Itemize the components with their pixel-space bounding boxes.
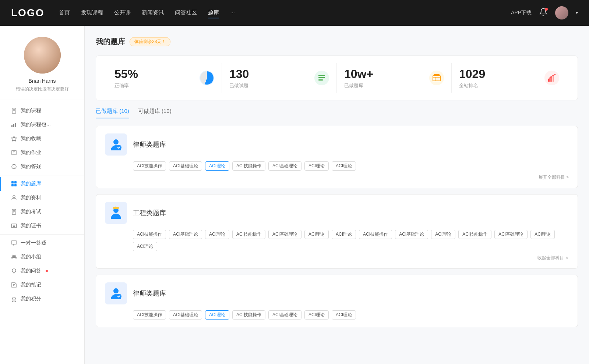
svg-rect-4 [13,124,14,127]
notification-bell[interactable] [539,8,548,18]
tab-available-banks[interactable]: 可做题库 (10) [138,108,172,118]
sidebar-item-group[interactable]: 我的小组 [0,250,84,264]
nav-open-course[interactable]: 公开课 [114,8,131,18]
qbank-tag[interactable]: ACI技能操作 [232,161,265,171]
sidebar-item-favorites[interactable]: 我的收藏 [0,132,84,146]
qbank-tag[interactable]: ACI理论 [530,230,555,239]
sidebar-avatar [24,37,61,74]
user-avatar[interactable] [555,6,568,19]
qbank-tag-active[interactable]: ACI理论 [205,310,229,320]
qbank-icon-lawyer-2 [105,282,127,304]
sidebar-item-course-packages[interactable]: 我的课程包... [0,118,84,132]
expand-button-lawyer-1[interactable]: 展开全部科目 > [539,174,569,181]
stat-accuracy-label: 正确率 [114,82,195,89]
sidebar-item-one-on-one[interactable]: 一对一答疑 [0,236,84,250]
sidebar-item-homework[interactable]: 我的作业 [0,146,84,160]
cert-icon [11,223,17,229]
qa-notification-dot [46,270,48,272]
qbank-tag[interactable]: ACI技能操作 [133,161,166,171]
nav-home[interactable]: 首页 [59,8,70,18]
qbank-tags-engineer: ACI技能操作 ACI基础理论 ACI理论 ACI技能操作 ACI基础理论 AC… [133,230,569,251]
collapse-button-engineer[interactable]: 收起全部科目 ∧ [537,255,569,261]
sidebar-profile: Brian Harris 错误的决定比没有决定要好 [0,37,84,100]
stat-accuracy-main: 55% 正确率 [114,67,195,89]
sidebar-item-profile[interactable]: 我的资料 [0,191,84,205]
nav-discover[interactable]: 发现课程 [81,8,103,18]
svg-point-23 [12,255,14,257]
qbank-tag[interactable]: ACI技能操作 [232,230,265,239]
qbank-title-engineer: 工程类题库 [133,208,166,217]
svg-point-22 [13,225,15,227]
qbank-tag[interactable]: ACI基础理论 [268,230,301,239]
qbank-tag[interactable]: ACI理论 [205,230,229,239]
sidebar-item-my-courses[interactable]: 我的课程 [0,104,84,118]
nav-more[interactable]: ··· [230,8,235,18]
trial-badge: 体验剩余23天！ [130,37,170,46]
svg-point-45 [113,288,119,293]
qbank-tag[interactable]: ACI基础理论 [268,161,301,171]
edit-icon [11,150,17,156]
stat-ranking-main: 1029 全站排名 [459,67,540,89]
qbank-tag-active[interactable]: ACI理论 [205,161,229,171]
avatar-image [24,37,61,74]
qbank-tag[interactable]: ACI基础理论 [169,230,202,239]
qbank-tag[interactable]: ACI技能操作 [359,230,392,239]
stat-done-questions-main: 130 已做试题 [229,67,310,89]
nav-news[interactable]: 新闻资讯 [142,8,164,18]
stat-accuracy: 55% 正确率 [107,63,222,93]
nav-questions[interactable]: 题库 [208,8,219,18]
qbank-tag[interactable]: ACI基础理论 [268,310,301,320]
svg-rect-15 [14,184,17,186]
qbank-tag[interactable]: ACI理论 [304,230,329,239]
grid-icon [11,181,17,187]
file-icon [11,108,17,114]
qbank-tag[interactable]: ACI技能操作 [133,230,166,239]
svg-point-40 [113,139,119,144]
qbank-tag[interactable]: ACI基础理论 [494,230,528,239]
sidebar-item-my-qa[interactable]: 我的问答 [0,264,84,278]
svg-rect-33 [433,76,440,81]
qbank-tag[interactable]: ACI理论 [133,242,157,251]
stat-done-banks-icon [429,71,444,85]
qbank-tag[interactable]: ACI技能操作 [133,310,166,320]
qbank-tag[interactable]: ACI基础理论 [169,310,202,320]
qbank-tag[interactable]: ACI理论 [304,161,329,171]
qbank-tag[interactable]: ACI理论 [332,230,356,239]
logo[interactable]: LOGO [11,7,44,19]
qbank-tag[interactable]: ACI技能操作 [232,310,265,320]
stat-ranking-label: 全站排名 [459,82,540,89]
qbank-tag[interactable]: ACI技能操作 [458,230,491,239]
nav-qa[interactable]: 问答社区 [175,8,197,18]
stat-done-questions-value: 130 [229,67,310,81]
qbank-tag[interactable]: ACI理论 [332,310,356,320]
stat-accuracy-icon [200,71,214,85]
sidebar-item-notes[interactable]: 我的笔记 [0,278,84,292]
sidebar-divider-2 [0,234,84,235]
qbank-tag[interactable]: ACI理论 [304,310,329,320]
sidebar-item-points[interactable]: 我的积分 [0,292,84,306]
stat-done-banks-value: 10w+ [344,67,425,81]
qbank-tag[interactable]: ACI理论 [431,230,455,239]
svg-rect-21 [11,224,17,228]
app-download-link[interactable]: APP下载 [511,10,532,16]
qbank-title-lawyer-1: 律师类题库 [133,140,166,149]
qbank-icon-engineer [105,202,127,224]
qbank-tag[interactable]: ACI基础理论 [395,230,428,239]
sidebar-item-question-bank[interactable]: 我的题库 [0,177,84,191]
sidebar-item-certificate[interactable]: 我的证书 [0,219,84,233]
qbank-tag[interactable]: ACI基础理论 [169,161,202,171]
sidebar-item-exam[interactable]: 我的考试 [0,205,84,219]
svg-rect-12 [11,181,14,183]
svg-rect-32 [318,79,323,81]
chart-icon [11,122,17,128]
question-icon: ? [11,164,17,169]
stat-ranking-value: 1029 [459,67,540,81]
sidebar-item-qa[interactable]: ? 我的答疑 [0,160,84,174]
qbank-tag[interactable]: ACI理论 [332,161,356,171]
svg-point-29 [13,297,15,300]
svg-rect-5 [15,123,16,127]
user-dropdown-arrow[interactable]: ▾ [576,10,578,15]
tab-done-banks[interactable]: 已做题库 (10) [96,108,129,118]
medal-icon [11,296,17,302]
qbank-icon-lawyer-1 [105,133,127,156]
